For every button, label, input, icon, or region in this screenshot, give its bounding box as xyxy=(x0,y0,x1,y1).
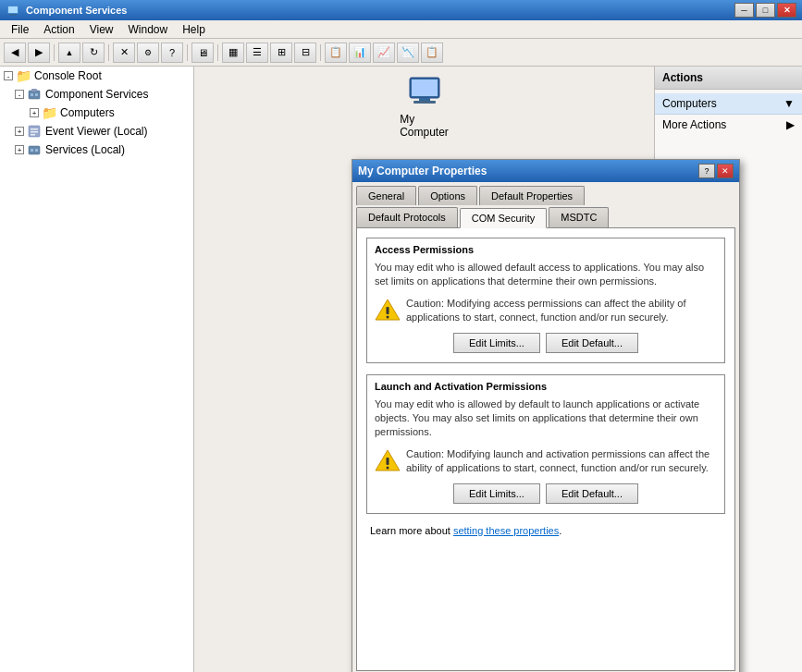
view-btn-3[interactable]: ⊞ xyxy=(270,43,292,63)
svg-point-20 xyxy=(387,315,389,318)
extra-btn-2[interactable]: 📈 xyxy=(373,43,395,63)
separator-5 xyxy=(320,44,321,61)
console-root-label: Console Root xyxy=(34,69,102,82)
svg-rect-1 xyxy=(9,14,17,16)
svg-rect-19 xyxy=(387,307,389,314)
dialog-close-btn[interactable]: ✕ xyxy=(717,164,734,178)
extra-btn-3[interactable]: 📉 xyxy=(397,43,419,63)
tab-general[interactable]: General xyxy=(356,186,416,205)
access-edit-default-btn[interactable]: Edit Default... xyxy=(546,333,638,353)
prop-btn[interactable]: ⚙ xyxy=(137,43,159,63)
menu-help[interactable]: Help xyxy=(175,21,213,38)
tree-item-computers[interactable]: + 📁 Computers xyxy=(0,104,193,122)
access-permissions-section: Access Permissions You may edit who is a… xyxy=(366,238,725,363)
tree-item-component-services[interactable]: - Component Services xyxy=(0,85,193,104)
minimize-button[interactable]: ─ xyxy=(734,3,754,18)
expand-component-services[interactable]: - xyxy=(15,90,24,99)
dialog-content: Access Permissions You may edit who is a… xyxy=(356,227,735,671)
center-panel: MyComputer My Computer Properties ? ✕ Ge… xyxy=(194,67,654,672)
up-button[interactable]: ▲ xyxy=(58,43,80,63)
delete-btn[interactable]: ✕ xyxy=(113,43,135,63)
menu-action[interactable]: Action xyxy=(36,21,81,38)
menu-file[interactable]: File xyxy=(4,21,36,38)
svg-rect-2 xyxy=(8,6,18,13)
console-root-icon: 📁 xyxy=(16,68,31,83)
svg-rect-10 xyxy=(31,134,35,136)
svg-rect-17 xyxy=(413,101,436,104)
tabs-row-1: General Options Default Properties xyxy=(356,186,735,205)
tab-default-protocols[interactable]: Default Protocols xyxy=(356,207,458,227)
warning-icon-2 xyxy=(375,447,401,473)
maximize-button[interactable]: □ xyxy=(756,3,775,18)
tree-panel: - 📁 Console Root - Component Services + … xyxy=(0,67,194,672)
launch-buttons: Edit Limits... Edit Default... xyxy=(375,483,717,504)
main-container: - 📁 Console Root - Component Services + … xyxy=(0,67,802,672)
tabs-container: General Options Default Properties Defau… xyxy=(352,182,739,227)
actions-more-item[interactable]: More Actions ▶ xyxy=(655,115,802,135)
access-buttons: Edit Limits... Edit Default... xyxy=(375,333,717,353)
services-local-label: Services (Local) xyxy=(45,143,125,156)
svg-rect-4 xyxy=(31,89,37,92)
services-icon xyxy=(27,142,42,157)
export-btn[interactable]: 📋 xyxy=(325,43,347,63)
extra-btn-4[interactable]: 📋 xyxy=(421,43,443,63)
back-button[interactable]: ◀ xyxy=(4,43,26,63)
view-btn-2[interactable]: ☰ xyxy=(246,43,268,63)
actions-section: Computers ▼ More Actions ▶ xyxy=(655,90,802,139)
refresh-btn[interactable]: ↻ xyxy=(82,43,105,63)
svg-rect-8 xyxy=(31,128,38,130)
learn-more-link[interactable]: setting these properties xyxy=(453,525,559,536)
svg-rect-11 xyxy=(29,146,40,154)
tree-item-console-root[interactable]: - 📁 Console Root xyxy=(0,67,193,85)
my-computer-icon[interactable] xyxy=(406,76,443,109)
tree-item-services-local[interactable]: + Services (Local) xyxy=(0,141,193,159)
computer-btn[interactable]: 🖥 xyxy=(191,43,214,63)
computer-icon-area: MyComputer xyxy=(194,67,654,148)
launch-permissions-title: Launch and Activation Permissions xyxy=(375,381,717,392)
access-permissions-title: Access Permissions xyxy=(375,244,717,255)
window-title: Component Services xyxy=(26,5,734,16)
dialog-controls: ? ✕ xyxy=(698,164,734,178)
menu-bar: File Action View Window Help xyxy=(0,20,802,39)
launch-permissions-section: Launch and Activation Permissions You ma… xyxy=(366,374,725,514)
separator-3 xyxy=(187,44,188,61)
svg-rect-3 xyxy=(29,91,40,99)
menu-view[interactable]: View xyxy=(82,21,121,38)
expand-computers[interactable]: + xyxy=(30,108,39,117)
warning-icon-1 xyxy=(375,297,401,323)
view-btn-1[interactable]: ▦ xyxy=(222,43,244,63)
view-btn-4[interactable]: ⊟ xyxy=(294,43,316,63)
expand-services-local[interactable]: + xyxy=(15,145,24,154)
expand-console-root[interactable]: - xyxy=(4,71,13,80)
tab-default-properties[interactable]: Default Properties xyxy=(479,186,585,205)
svg-rect-13 xyxy=(35,149,38,152)
separator-2 xyxy=(108,44,109,61)
access-caution-row: Caution: Modifying access permissions ca… xyxy=(375,297,717,325)
expand-event-viewer[interactable]: + xyxy=(15,127,24,136)
extra-btn-1[interactable]: 📊 xyxy=(349,43,371,63)
launch-edit-default-btn[interactable]: Edit Default... xyxy=(546,483,638,504)
access-edit-limits-btn[interactable]: Edit Limits... xyxy=(453,333,540,353)
tree-item-event-viewer[interactable]: + Event Viewer (Local) xyxy=(0,122,193,141)
actions-computers-item[interactable]: Computers ▼ xyxy=(655,93,802,115)
separator-4 xyxy=(217,44,218,61)
tab-msdtc[interactable]: MSDTC xyxy=(549,207,609,227)
tabs-row-2: Default Protocols COM Security MSDTC xyxy=(356,207,735,227)
forward-button[interactable]: ▶ xyxy=(28,43,50,63)
window-controls: ─ □ ✕ xyxy=(734,3,796,18)
close-button[interactable]: ✕ xyxy=(777,3,796,18)
dialog-help-btn[interactable]: ? xyxy=(698,164,715,178)
separator-1 xyxy=(54,44,55,61)
help-btn[interactable]: ? xyxy=(161,43,183,63)
toolbar: ◀ ▶ ▲ ↻ ✕ ⚙ ? 🖥 ▦ ☰ ⊞ ⊟ 📋 📊 📈 📉 📋 xyxy=(0,39,802,67)
computers-label: Computers xyxy=(60,106,115,119)
component-services-icon xyxy=(27,87,42,102)
menu-window[interactable]: Window xyxy=(121,21,176,38)
dialog-my-computer-properties[interactable]: My Computer Properties ? ✕ General Optio… xyxy=(352,159,740,672)
launch-caution-text: Caution: Modifying launch and activation… xyxy=(406,447,717,476)
launch-edit-limits-btn[interactable]: Edit Limits... xyxy=(453,483,540,504)
tab-com-security[interactable]: COM Security xyxy=(460,208,547,228)
event-viewer-label: Event Viewer (Local) xyxy=(45,125,148,138)
launch-caution-row: Caution: Modifying launch and activation… xyxy=(375,447,717,476)
tab-options[interactable]: Options xyxy=(418,186,477,205)
